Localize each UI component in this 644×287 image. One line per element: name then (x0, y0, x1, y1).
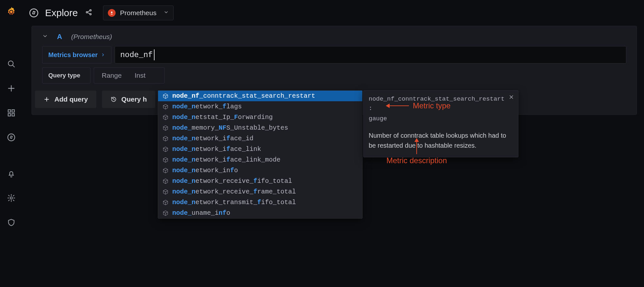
autocomplete-item[interactable]: node_network_receive_frame_total (158, 186, 362, 197)
chevron-down-icon (42, 33, 48, 40)
autocomplete-item-label: node_memory_NFS_Unstable_bytes (172, 124, 288, 132)
prometheus-icon (108, 9, 116, 17)
autocomplete-item-label: node_network_iface_link (172, 145, 261, 153)
plus-icon[interactable] (6, 83, 16, 94)
autocomplete-item-label: node_nf_conntrack_stat_search_restart (172, 92, 315, 100)
cube-icon (163, 125, 168, 131)
cube-icon (163, 178, 168, 184)
query-ref-letter: A (57, 33, 62, 41)
chevron-right-icon (101, 51, 105, 59)
cube-icon (163, 114, 168, 120)
autocomplete-item[interactable]: node_network_transmit_fifo_total (158, 197, 362, 208)
svg-point-9 (86, 12, 88, 13)
svg-rect-5 (12, 114, 14, 116)
cube-icon (163, 136, 168, 142)
add-query-button[interactable]: Add query (35, 91, 96, 108)
left-nav-rail (0, 0, 23, 287)
autocomplete-item[interactable]: node_memory_NFS_Unstable_bytes (158, 123, 362, 133)
autocomplete-item-label: node_network_transmit_fifo_total (172, 199, 296, 206)
query-type-toggle[interactable]: Range Inst (94, 67, 165, 84)
autocomplete-item[interactable]: node_network_iface_link (158, 144, 362, 154)
svg-rect-3 (12, 110, 14, 112)
autocomplete-item[interactable]: node_uname_info (158, 208, 362, 218)
svg-rect-4 (8, 114, 11, 116)
cube-icon (163, 189, 168, 195)
text-caret (154, 49, 155, 60)
close-icon[interactable] (508, 94, 514, 103)
metric-doc-card: node_nf_conntrack_stat_search_restart : … (363, 90, 518, 157)
autocomplete-item-label: node_network_iface_id (172, 135, 253, 142)
explore-compass-icon (28, 7, 39, 18)
datasource-name: Prometheus (120, 9, 156, 17)
datasource-picker[interactable]: Prometheus (103, 5, 174, 20)
autocomplete-item-label: node_uname_info (172, 209, 230, 217)
plus-icon (43, 96, 50, 103)
doc-metric-name: node_nf_conntrack_stat_search_restart : (369, 94, 513, 114)
shield-icon[interactable] (6, 217, 16, 228)
grafana-logo[interactable] (5, 6, 17, 19)
explore-compass-icon[interactable] (6, 132, 16, 143)
cube-icon (163, 168, 168, 173)
top-bar: Explore Prometheus (23, 0, 644, 26)
metrics-browser-button[interactable]: Metrics browser (42, 46, 111, 64)
cube-icon (163, 93, 168, 99)
autocomplete-item-label: node_network_receive_frame_total (172, 188, 296, 195)
svg-point-10 (90, 10, 91, 11)
cube-icon (163, 104, 168, 110)
query-history-label: Query h (121, 95, 147, 103)
autocomplete-dropdown[interactable]: node_nf_conntrack_stat_search_restartnod… (158, 90, 363, 219)
cube-icon (163, 210, 168, 216)
page-title: Explore (45, 7, 78, 18)
gear-icon[interactable] (6, 193, 16, 203)
cube-icon (163, 200, 168, 205)
chevron-down-icon (164, 10, 169, 16)
svg-point-11 (90, 14, 91, 15)
search-icon[interactable] (6, 59, 16, 69)
dashboards-icon[interactable] (6, 108, 16, 118)
promql-input[interactable] (115, 46, 626, 64)
query-type-label: Query type (42, 67, 90, 84)
svg-point-7 (10, 197, 13, 199)
svg-point-6 (8, 134, 15, 141)
autocomplete-item-label: node_network_receive_fifo_total (172, 177, 292, 185)
svg-point-8 (30, 9, 38, 17)
query-history-button[interactable]: Query h (102, 91, 155, 108)
cube-icon (163, 157, 168, 163)
autocomplete-item-label: node_network_flags (172, 103, 242, 110)
autocomplete-item[interactable]: node_network_receive_fifo_total (158, 176, 362, 186)
metrics-browser-label: Metrics browser (48, 51, 98, 59)
svg-rect-12 (111, 14, 113, 15)
autocomplete-item-label: node_netstat_Ip_Forwarding (172, 114, 273, 121)
query-header[interactable]: A (Prometheus) (34, 28, 635, 45)
autocomplete-item[interactable]: node_network_flags (158, 101, 362, 112)
query-source-hint: (Prometheus) (71, 33, 112, 41)
autocomplete-item-label: node_network_info (172, 167, 238, 174)
svg-rect-2 (8, 110, 11, 112)
autocomplete-item[interactable]: node_network_iface_link_mode (158, 154, 362, 165)
share-icon[interactable] (85, 8, 93, 17)
cube-icon (163, 146, 168, 152)
add-query-label: Add query (54, 95, 88, 103)
history-icon (110, 96, 117, 103)
autocomplete-item[interactable]: node_nf_conntrack_stat_search_restart (158, 91, 362, 101)
autocomplete-item-label: node_network_iface_link_mode (172, 156, 280, 163)
doc-metric-type: gauge (369, 114, 513, 124)
doc-metric-description: Number of conntrack table lookups which … (369, 131, 513, 151)
query-type-option-instant[interactable]: Inst (135, 72, 146, 79)
bell-icon[interactable] (6, 168, 16, 179)
query-type-option-range[interactable]: Range (102, 72, 122, 79)
autocomplete-item[interactable]: node_netstat_Ip_Forwarding (158, 112, 362, 123)
autocomplete-item[interactable]: node_network_iface_id (158, 133, 362, 144)
autocomplete-item[interactable]: node_network_info (158, 165, 362, 176)
